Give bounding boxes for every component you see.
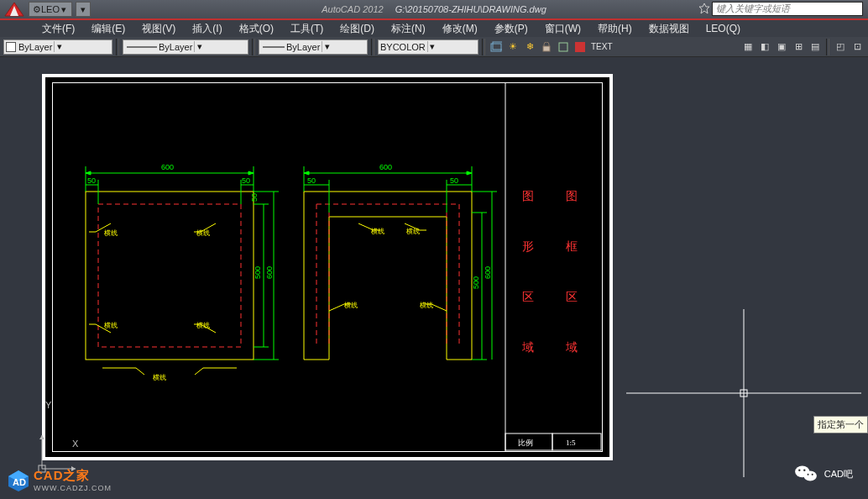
color-value: ByLayer [18,42,52,52]
menu-dimension[interactable]: 标注(N) [383,20,434,38]
app-logo[interactable] [0,0,29,18]
watermark-left-text: CAD之家 [34,468,91,482]
lbl: 横线 [104,322,118,329]
paper-viewport: 比例 1:5 600 50 50 [42,74,613,460]
titleblock-label: 比例 [518,439,533,447]
lineweight-value: ByLayer [286,42,320,52]
svg-rect-6 [559,43,567,51]
layer-states-icon[interactable] [489,39,504,55]
menu-format[interactable]: 格式(O) [231,20,282,38]
menu-leo[interactable]: LEO(Q) [698,21,749,36]
red-l4: 域 [521,341,534,354]
tool-icon-1[interactable]: ▦ [740,39,756,55]
svg-point-48 [803,471,816,481]
linetype-combo[interactable]: ByLayer ▾ [123,39,248,55]
menu-bar: 文件(F) 编辑(E) 视图(V) 插入(I) 格式(O) 工具(T) 绘图(D… [0,20,868,37]
drawing-area[interactable]: 比例 1:5 600 50 50 [0,57,868,464]
tool-icon-4[interactable]: ⊞ [791,39,806,55]
layer-freeze-icon[interactable]: ❄ [522,39,537,55]
color-swatch [6,42,16,52]
plotstyle-value: BYCOLOR [380,42,426,52]
red-l2: 形 [522,240,534,253]
chevron-down-icon: ▾ [194,41,204,52]
linetype-value: ByLayer [159,42,192,52]
svg-rect-7 [575,42,585,52]
tool-icon-6[interactable]: ◰ [833,39,848,55]
menu-tools[interactable]: 工具(T) [282,20,332,38]
qat-dropdown-more[interactable]: ▾ [76,2,91,17]
dim-600r: 600 [379,163,392,171]
menu-edit[interactable]: 编辑(E) [83,20,133,38]
lbl: 横线 [196,229,210,237]
svg-rect-43 [740,390,747,397]
dim-600v2: 600 [484,266,492,279]
tool-icon-3[interactable]: ▣ [774,39,789,55]
red-r4: 域 [565,341,578,354]
lineweight-preview [261,43,286,51]
drawing-svg: 比例 1:5 600 50 50 [52,82,603,452]
plotstyle-combo[interactable]: BYCOLOR ▾ [378,39,478,55]
qat-workspace-dropdown[interactable]: ⚙ LEO ▾ [29,2,72,17]
menu-insert[interactable]: 插入(I) [184,20,230,38]
watermark-right-text: CAD吧 [824,468,853,481]
lineweight-combo[interactable]: ByLayer ▾ [259,39,368,55]
lbl: 横线 [371,228,384,235]
cadzj-logo-icon: AD [7,469,30,492]
layer-isolate-icon[interactable] [556,39,571,55]
left-figure: 600 50 50 500 600 50 [86,163,279,381]
chevron-down-icon: ▾ [60,4,68,15]
svg-point-52 [811,474,813,475]
color-combo[interactable]: ByLayer ▾ [3,39,112,55]
tool-icon-7[interactable]: ⊡ [850,39,865,55]
lbl: 横线 [344,302,358,309]
svg-marker-0 [699,3,709,13]
menu-help[interactable]: 帮助(H) [589,20,641,38]
separator [116,39,119,55]
menu-window[interactable]: 窗口(W) [536,20,589,38]
layer-bulb-icon[interactable]: ☀ [505,39,520,55]
window-title: AutoCAD 2012 G:\20150708-ZHIHU\DRAWING.d… [322,4,546,14]
chevron-down-icon: ▾ [54,41,64,52]
dim-50r: 50 [242,176,250,185]
gear-icon: ⚙ [33,4,41,15]
tool-icon-5[interactable]: ▤ [808,39,823,55]
menu-dataview[interactable]: 数据视图 [641,20,698,38]
right-figure: 600 50 50 500 600 横线 横线 [304,163,497,360]
dim-50l: 50 [87,176,96,185]
svg-point-49 [798,470,800,471]
menu-file[interactable]: 文件(F) [34,20,83,38]
layer-color-icon[interactable] [573,39,588,55]
titleblock-scale: 1:5 [566,439,576,447]
red-l3: 区 [522,291,534,303]
svg-text:AD: AD [13,477,26,487]
dim-50v: 50 [250,193,259,202]
watermark-left-url: WWW.CADZJ.COM [34,484,112,492]
lbl: 横线 [420,302,433,309]
red-l1: 图 [522,190,534,202]
separator [482,39,485,55]
lbl: 横线 [104,229,118,237]
watermark-left: AD CAD之家 WWW.CADZJ.COM [7,468,112,492]
info-center-icon[interactable] [698,3,710,14]
linetype-preview [125,43,159,51]
lbl: 横线 [406,228,420,235]
dim-50r2: 50 [450,176,458,185]
search-input[interactable]: 键入关键字或短语 [712,2,863,16]
tooltip-text: 指定第一个 [818,419,864,429]
search-placeholder: 键入关键字或短语 [716,3,790,15]
layer-lock-icon[interactable] [539,39,554,55]
svg-point-51 [807,474,808,475]
svg-rect-4 [493,42,502,50]
watermark-right: CAD吧 [794,464,853,484]
separator [371,39,374,55]
menu-param[interactable]: 参数(P) [486,20,536,38]
menu-view[interactable]: 视图(V) [133,20,184,38]
menu-modify[interactable]: 修改(M) [434,20,486,38]
svg-rect-11 [86,192,254,360]
separator [826,39,829,55]
workspace-name: LEO [41,4,60,14]
menu-draw[interactable]: 绘图(D) [332,20,383,38]
command-tooltip: 指定第一个 [813,416,868,433]
tool-icon-2[interactable]: ◧ [757,39,772,55]
dim-50l2: 50 [307,176,316,185]
